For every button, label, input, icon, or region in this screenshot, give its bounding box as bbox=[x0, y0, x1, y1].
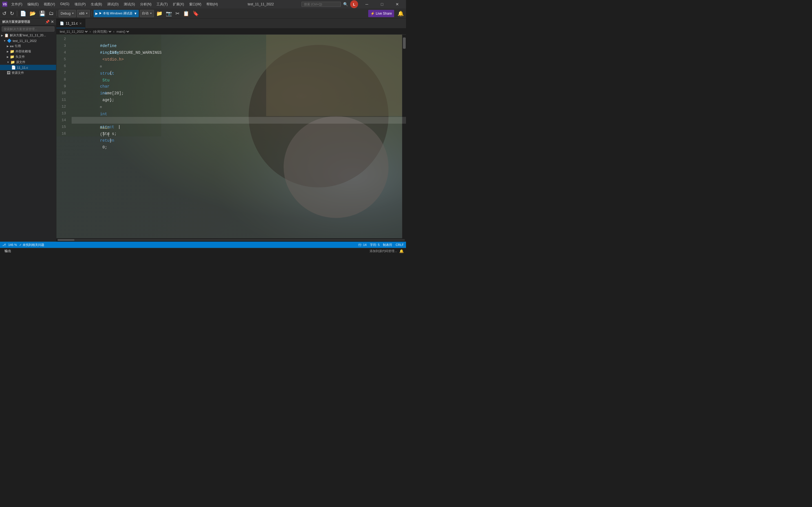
close-button[interactable]: ✕ bbox=[391, 0, 404, 8]
maximize-button[interactable]: □ bbox=[375, 0, 389, 8]
no-problems-status[interactable]: ✓ 未找到相关问题 bbox=[19, 243, 44, 247]
auto-dropdown[interactable]: 自动 ▼ bbox=[140, 10, 154, 17]
menu-help[interactable]: 帮助(H) bbox=[204, 1, 220, 7]
git-add-label[interactable]: 添加到源代码管理... bbox=[370, 249, 397, 253]
sidebar-item-resources[interactable]: 🖼 资源文件 bbox=[0, 70, 56, 75]
sidebar-item-references[interactable]: ▶ ■■ 引用 bbox=[0, 43, 56, 49]
search-icon[interactable]: 🔍 bbox=[343, 2, 348, 6]
platform-dropdown[interactable]: x86 ▼ bbox=[77, 10, 90, 17]
sidebar-header: 解决方案资源管理器 📌 ✕ bbox=[0, 18, 56, 25]
close-sidebar-icon[interactable]: ✕ bbox=[51, 20, 54, 24]
minimize-button[interactable]: ─ bbox=[360, 0, 373, 8]
solution-icon: 📋 bbox=[4, 33, 9, 38]
global-search[interactable] bbox=[301, 2, 341, 7]
new-file-button[interactable]: 📄 bbox=[19, 10, 28, 17]
headers-label: 头文件 bbox=[15, 55, 25, 59]
menu-debug[interactable]: 调试(D) bbox=[105, 1, 121, 7]
menu-bar: 文件(F) 编辑(E) 视图(V) Git(G) 项目(P) 生成(B) 调试(… bbox=[9, 1, 220, 7]
toolbar-btn-3[interactable]: ✂ bbox=[174, 10, 181, 17]
menu-test[interactable]: 测试(S) bbox=[121, 1, 137, 7]
code-line-11: ⊟ int main () { bbox=[71, 97, 406, 103]
keyword-token: int bbox=[100, 112, 107, 116]
menu-file[interactable]: 文件(F) bbox=[9, 1, 24, 7]
expand-arrow-icon: ▶ bbox=[7, 45, 9, 48]
col-status[interactable]: 字符: 5 bbox=[370, 243, 379, 247]
code-editor[interactable]: 2 3 4 5 6 7 8 9 10 11 12 13 14 15 16 bbox=[56, 35, 406, 238]
toolbar-btn-4[interactable]: 📋 bbox=[182, 10, 190, 17]
cursor bbox=[119, 125, 119, 129]
menu-edit[interactable]: 编辑(E) bbox=[25, 1, 41, 7]
open-button[interactable]: 📂 bbox=[29, 10, 37, 17]
redo-button[interactable]: ↻ bbox=[9, 10, 15, 17]
vs-logo: VS bbox=[2, 2, 7, 7]
collapse-icon[interactable]: ⊟ bbox=[100, 65, 102, 68]
code-line-7: char name[20]; bbox=[71, 69, 406, 76]
statusbar-right: 行: 14 字符: 5 制表符 CRLF bbox=[358, 243, 404, 247]
hscrollbar-track bbox=[57, 239, 405, 241]
breadcrumb-func-select[interactable]: main() bbox=[115, 30, 130, 34]
toolbar-btn-5[interactable]: 🔖 bbox=[192, 10, 200, 17]
sidebar-item-headers[interactable]: ▶ 📁 头文件 bbox=[0, 54, 56, 59]
sources-label: 源文件 bbox=[16, 60, 26, 64]
code-lines[interactable]: #define _CRT_SECURE_NO_WARNINGS #include… bbox=[70, 36, 406, 137]
debug-config-dropdown[interactable]: Debug ▼ bbox=[59, 10, 76, 17]
sidebar-item-extdeps[interactable]: ▶ 📁 外部依赖项 bbox=[0, 49, 56, 54]
toolbar: ↺ ↻ 📄 📂 💾 🗂 Debug ▼ x86 ▼ ▶ ▶ 本地 Windows… bbox=[0, 8, 406, 18]
code-line-16: } bbox=[71, 130, 406, 137]
encoding-status[interactable]: CRLF bbox=[396, 243, 404, 246]
git-status[interactable]: ⎇ bbox=[2, 243, 6, 247]
menu-git[interactable]: Git(G) bbox=[58, 1, 71, 7]
titlebar-right: 🔍 L ─ □ ✕ bbox=[301, 0, 404, 8]
sidebar-header-icons: 📌 ✕ bbox=[45, 20, 54, 24]
zoom-label: 146 % bbox=[8, 243, 17, 246]
sidebar-item-solution[interactable]: ▶ 📋 解决方案'test_11_11_20... bbox=[0, 33, 56, 38]
collapse-icon[interactable]: ⊟ bbox=[100, 106, 102, 109]
menu-extensions[interactable]: 扩展(X) bbox=[170, 1, 186, 7]
chevron-down-icon: ▼ bbox=[150, 12, 152, 15]
pin-icon[interactable]: 📌 bbox=[45, 20, 50, 24]
notification-button[interactable]: 🔔 bbox=[396, 10, 405, 17]
tab-size-status[interactable]: 制表符 bbox=[383, 243, 392, 247]
menu-view[interactable]: 视图(V) bbox=[42, 1, 57, 7]
statusbar-left: ⎇ 146 % ✓ 未找到相关问题 bbox=[2, 243, 44, 247]
toolbar-sep-1 bbox=[17, 11, 17, 16]
titlebar: VS 文件(F) 编辑(E) 视图(V) Git(G) 项目(P) 生成(B) … bbox=[0, 0, 406, 8]
c-tab-icon: 📄 bbox=[60, 21, 64, 25]
code-line-14[interactable] bbox=[71, 117, 406, 124]
live-share-button[interactable]: ⚡ Live Share bbox=[368, 10, 394, 17]
horizontal-scrollbar[interactable] bbox=[56, 238, 406, 242]
save-all-button[interactable]: 🗂 bbox=[48, 10, 55, 17]
menu-build[interactable]: 生成(B) bbox=[89, 1, 104, 7]
menu-tools[interactable]: 工具(T) bbox=[154, 1, 170, 7]
sidebar-search-input[interactable] bbox=[2, 26, 54, 32]
sidebar-item-sources[interactable]: ▼ 📁 源文件 bbox=[0, 59, 56, 65]
user-avatar[interactable]: L bbox=[350, 0, 358, 8]
tab-label: 11_11.c bbox=[66, 21, 78, 25]
breakpoints-button[interactable]: 📁 bbox=[155, 10, 163, 17]
breadcrumb-file-select[interactable]: test_11_11_2022 bbox=[59, 30, 89, 34]
code-line-13: struct Stu s; bbox=[71, 110, 406, 117]
references-label: 引用 bbox=[15, 44, 21, 48]
undo-button[interactable]: ↺ bbox=[1, 10, 8, 17]
hscrollbar-thumb[interactable] bbox=[57, 239, 74, 241]
notification-icon[interactable]: 🔔 bbox=[399, 249, 404, 253]
toolbar-btn-2[interactable]: 📷 bbox=[165, 10, 173, 17]
expand-arrow-icon: ▼ bbox=[3, 40, 6, 42]
tab-11-11-c[interactable]: 📄 11_11.c × bbox=[56, 18, 86, 28]
output-tab[interactable]: 输出 bbox=[2, 249, 13, 254]
code-line-8: int age; bbox=[71, 76, 406, 83]
save-button[interactable]: 💾 bbox=[38, 10, 47, 17]
keyword-token: #define bbox=[100, 44, 117, 48]
tab-close-button[interactable]: × bbox=[80, 21, 82, 25]
menu-analyze[interactable]: 分析(N) bbox=[138, 1, 154, 7]
breadcrumb-scope-select[interactable]: (全局范围) bbox=[92, 30, 112, 34]
tab-size-label: 制表符 bbox=[383, 243, 392, 247]
main-content: 解决方案资源管理器 📌 ✕ ▶ 📋 解决方案'test_11_11_20... … bbox=[0, 18, 406, 242]
menu-window[interactable]: 窗口(W) bbox=[187, 1, 204, 7]
run-button[interactable]: ▶ ▶ 本地 Windows 调试器 ▼ bbox=[94, 10, 139, 17]
sidebar-item-file[interactable]: 📄 11_11.c bbox=[0, 65, 56, 70]
zoom-level[interactable]: 146 % bbox=[8, 243, 17, 246]
menu-project[interactable]: 项目(P) bbox=[72, 1, 88, 7]
sidebar-item-project[interactable]: ▼ 🔷 test_11_11_2022 bbox=[0, 38, 56, 43]
line-status[interactable]: 行: 14 bbox=[358, 243, 366, 247]
